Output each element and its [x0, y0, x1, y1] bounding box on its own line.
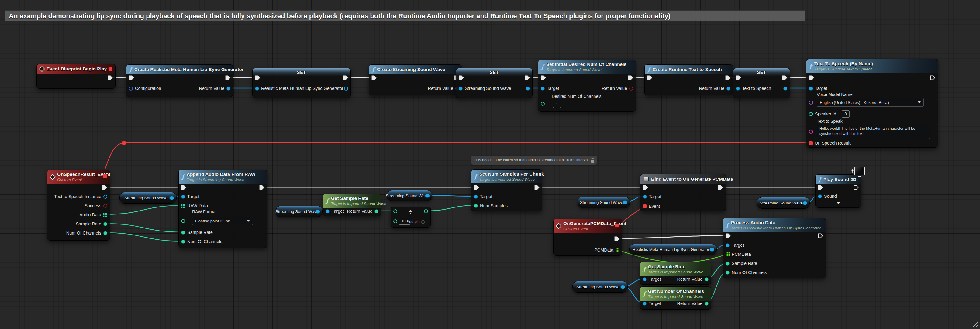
pill-realistic-meta-human-lip-sync-generator[interactable]: Realistic Meta Human Lip Sync Generator	[629, 244, 717, 255]
comment-banner[interactable]: An example demonstrating lip sync during…	[5, 10, 805, 21]
node-header[interactable]: Bind Event to On Generate PCMData	[641, 174, 725, 184]
sample-rate-pin[interactable]	[725, 262, 730, 265]
blueprint-graph-canvas[interactable]: An example demonstrating lip sync during…	[0, 0, 980, 329]
node-set-initial-desired-num-of-channels[interactable]: ƒSet Initial Desired Num Of ChannelsTarg…	[538, 60, 636, 112]
exec-out-pin[interactable]	[614, 236, 619, 242]
exec-out-pin[interactable]	[343, 75, 348, 81]
dropdown[interactable]: English (United States) - Kokoro (Bella)	[817, 98, 924, 106]
node-bind-event-to-on-generate-pcmdata[interactable]: Bind Event to On Generate PCMDataTargetE…	[640, 174, 726, 211]
node-create-runtime-text-to-speech[interactable]: ƒCreate Runtime Text to SpeechReturn Val…	[644, 64, 733, 95]
sample-rate-pin[interactable]	[181, 230, 185, 235]
circle-pin[interactable]	[809, 130, 813, 134]
exec-out-pin[interactable]	[718, 185, 723, 191]
circle-pin[interactable]	[393, 209, 397, 213]
node-header[interactable]: ƒText To Speech (By Name)Target is Runti…	[807, 59, 938, 73]
circle-pin[interactable]	[541, 102, 545, 106]
exec-in-pin[interactable]	[459, 75, 464, 81]
pill-streaming-sound-wave-3[interactable]: Streaming Sound Wave	[387, 190, 432, 201]
exec-in-pin[interactable]	[725, 233, 731, 239]
exec-out-pin[interactable]	[259, 185, 264, 191]
input-box[interactable]: 0	[842, 110, 850, 118]
node-get-sample-rate-bottom[interactable]: ƒGet Sample RateTarget is Imported Sound…	[640, 262, 711, 284]
textarea[interactable]: Hello, world! The lips of the MetaHuman …	[817, 125, 930, 139]
variable-output-pin[interactable]	[622, 200, 627, 205]
node-header[interactable]: ƒPlay Sound 2D	[816, 175, 861, 184]
node-header[interactable]: ƒCreate Realistic Meta Human Lip Sync Ge…	[126, 65, 233, 74]
pill-streaming-sound-wave-6[interactable]: Streaming Sound Wave	[573, 281, 628, 292]
node-comment-bubble[interactable]: This needs to be called so that audio is…	[471, 156, 597, 165]
configuration-pin[interactable]	[129, 87, 133, 91]
num-of-channels-pin[interactable]	[181, 240, 185, 244]
node-header[interactable]: SET	[253, 68, 350, 76]
node-append-audio-data-from-raw[interactable]: ƒAppend Audio Data From RAWTarget is Str…	[178, 170, 267, 248]
exec-out-pin[interactable]	[818, 233, 823, 239]
variable-output-pin[interactable]	[315, 210, 320, 213]
node-set-streaming-sound-wave[interactable]: SETStreaming Sound Wave	[456, 68, 533, 98]
exec-out-pin[interactable]	[535, 185, 539, 191]
header-delegate-pin[interactable]	[615, 223, 619, 227]
node-event-blueprint-begin-play[interactable]: Event Blueprint Begin Play	[37, 64, 116, 89]
streaming-sound-wave-pin[interactable]	[459, 87, 463, 91]
exec-out-pin[interactable]	[725, 75, 730, 81]
on-speech-result-pin[interactable]	[809, 141, 813, 145]
node-header[interactable]: SET	[456, 68, 532, 76]
text-to-speech-instance-pin[interactable]	[103, 195, 107, 199]
input-box[interactable]: 1	[553, 100, 561, 108]
return-value-pin[interactable]	[727, 87, 730, 91]
target-pin[interactable]	[643, 302, 646, 305]
exec-in-pin[interactable]	[818, 185, 823, 191]
node-set-text-to-speech[interactable]: SETText to Speech	[733, 68, 790, 98]
circle-pin[interactable]	[344, 87, 348, 91]
exec-out-pin[interactable]	[225, 75, 231, 81]
realistic-meta-human-lip-sync-generator-pin[interactable]	[255, 87, 259, 91]
node-header[interactable]: ƒAppend Audio Data From RAWTarget is Str…	[179, 170, 267, 184]
return-value-pin[interactable]	[226, 87, 231, 91]
pill-streaming-sound-wave-1[interactable]: Streaming Sound Wave	[119, 192, 177, 203]
node-header[interactable]: ƒGet Number Of ChannelsTarget is Importe…	[640, 287, 711, 301]
node-process-audio-data[interactable]: ƒProcess Audio DataTarget is Realistic M…	[723, 218, 826, 278]
sound-pin[interactable]	[818, 194, 822, 199]
target-pin[interactable]	[725, 243, 730, 247]
exec-out-pin[interactable]	[525, 75, 530, 81]
circle-pin[interactable]	[526, 87, 530, 91]
node-get-number-of-channels[interactable]: ƒGet Number Of ChannelsTarget is Importe…	[640, 286, 711, 310]
circle-pin[interactable]	[424, 209, 428, 213]
add-pin-button[interactable]: Add pin+	[407, 219, 425, 224]
target-pin[interactable]	[541, 87, 545, 91]
pcmdata-pin[interactable]	[725, 253, 730, 256]
expand-chevron-icon[interactable]	[836, 202, 840, 204]
success-pin[interactable]	[103, 204, 107, 208]
node-header[interactable]: ƒSet Initial Desired Num Of ChannelsTarg…	[538, 60, 636, 74]
variable-output-pin[interactable]	[620, 285, 625, 289]
node-header[interactable]: ƒGet Sample RateTarget is Imported Sound…	[640, 262, 711, 276]
header-delegate-pin[interactable]	[108, 67, 113, 72]
exec-in-pin[interactable]	[474, 185, 479, 191]
exec-in-pin[interactable]	[647, 75, 652, 81]
exec-out-pin[interactable]	[782, 75, 787, 81]
node-divide[interactable]: 100÷Add pin+	[391, 207, 431, 227]
sample-rate-pin[interactable]	[103, 222, 107, 226]
node-header[interactable]: OnSpeechResult_EventCustom Event	[48, 170, 110, 184]
exec-in-pin[interactable]	[736, 75, 741, 81]
exec-in-pin[interactable]	[371, 75, 377, 81]
num-of-channels-pin[interactable]	[725, 271, 730, 275]
node-ongeneratepcmdata-event[interactable]: OnGeneratePCMData_EventCustom EventPCMDa…	[553, 219, 622, 256]
node-header[interactable]: ƒGet Sample RateTarget is Imported Sound…	[323, 194, 381, 208]
node-header[interactable]: OnGeneratePCMData_EventCustom Event	[554, 219, 622, 233]
reroute-knot[interactable]	[122, 141, 126, 145]
exec-in-pin[interactable]	[129, 75, 134, 81]
audio-data-pin[interactable]	[103, 213, 107, 217]
pill-streaming-sound-wave-2[interactable]: Streaming Sound Wave	[276, 206, 323, 217]
return-value-pin[interactable]	[705, 302, 708, 305]
variable-output-pin[interactable]	[802, 201, 807, 205]
node-set-num-samples-per-chunk[interactable]: ƒSet Num Samples Per ChunkTarget is Impo…	[471, 169, 542, 211]
exec-out-pin[interactable]	[102, 185, 107, 191]
node-header[interactable]: ƒProcess Audio DataTarget is Realistic M…	[723, 218, 826, 232]
num-of-channels-pin[interactable]	[103, 231, 107, 235]
raw-data-pin[interactable]	[181, 204, 185, 208]
exec-in-pin[interactable]	[541, 75, 546, 81]
node-text-to-speech-by-name[interactable]: ƒText To Speech (By Name)Target is Runti…	[806, 59, 938, 148]
return-value-pin[interactable]	[374, 209, 379, 213]
node-header[interactable]: ƒCreate Runtime Text to Speech	[645, 65, 733, 74]
target-pin[interactable]	[643, 195, 647, 199]
